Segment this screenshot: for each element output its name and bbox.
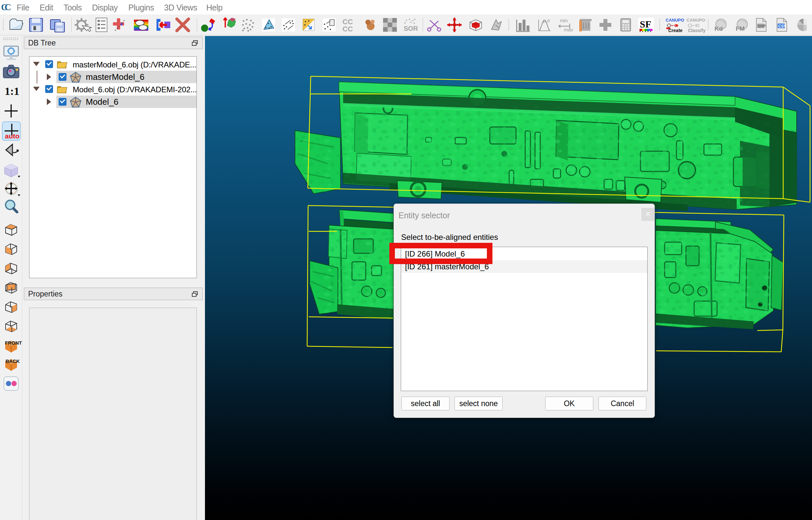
- svg-text:Classify: Classify: [688, 28, 706, 33]
- svg-text:CANUPO: CANUPO: [687, 18, 705, 23]
- svg-text:Create: Create: [668, 28, 683, 33]
- svg-text:C: C: [5, 2, 11, 12]
- svg-text:SF: SF: [640, 19, 651, 29]
- svg-text:max: max: [564, 27, 573, 32]
- svg-text:CANUPO: CANUPO: [666, 18, 684, 23]
- svg-text:SOR: SOR: [404, 25, 418, 32]
- svg-text:SHP: SHP: [758, 24, 766, 28]
- svg-text:CC: CC: [342, 25, 353, 33]
- svg-text:BACK: BACK: [5, 358, 20, 364]
- svg-text:Kd: Kd: [714, 25, 722, 32]
- svg-text:FM: FM: [736, 25, 744, 32]
- svg-text:1:1: 1:1: [5, 85, 19, 97]
- svg-text:FRONT: FRONT: [5, 340, 22, 345]
- svg-text:CSV: CSV: [778, 24, 786, 28]
- svg-text:min: min: [560, 18, 568, 23]
- svg-text:μ,σ: μ,σ: [543, 18, 550, 23]
- svg-text:auto: auto: [5, 132, 19, 140]
